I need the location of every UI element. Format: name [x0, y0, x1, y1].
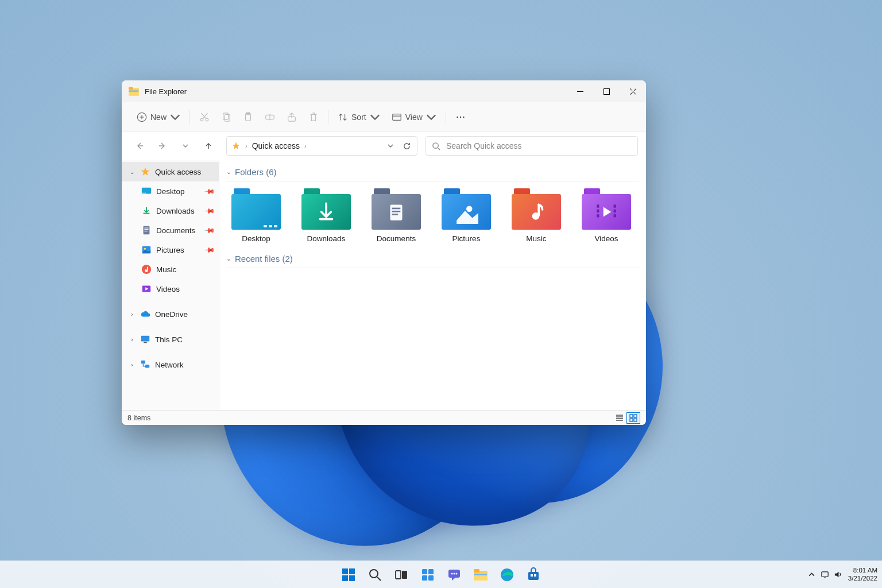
music-folder-icon — [512, 188, 561, 230]
maximize-button[interactable] — [593, 80, 620, 102]
document-icon — [141, 225, 152, 235]
sidebar-item-videos[interactable]: Videos — [122, 279, 219, 299]
svg-rect-32 — [141, 336, 149, 342]
clock[interactable]: 8:01 AM 3/21/2022 — [848, 567, 877, 582]
folder-documents[interactable]: Documents — [370, 188, 423, 243]
pin-icon: 📌 — [204, 225, 216, 237]
sidebar-item-label: Desktop — [156, 187, 185, 196]
svg-rect-33 — [144, 342, 146, 343]
svg-rect-38 — [392, 211, 401, 212]
back-button[interactable] — [130, 136, 149, 156]
svg-point-65 — [454, 572, 455, 574]
svg-rect-57 — [396, 571, 401, 579]
chat-button[interactable] — [442, 563, 466, 587]
svg-rect-35 — [145, 365, 149, 368]
sidebar-item-desktop[interactable]: Desktop 📌 — [122, 181, 219, 201]
forward-button[interactable] — [153, 136, 172, 156]
address-dropdown[interactable] — [385, 142, 396, 149]
svg-rect-24 — [144, 228, 148, 229]
sidebar-item-quick-access[interactable]: ⌄ Quick access — [122, 162, 219, 181]
recent-locations-button[interactable] — [176, 136, 195, 156]
folder-downloads[interactable]: Downloads — [300, 188, 353, 243]
chevron-down-icon — [426, 112, 436, 122]
minimize-button[interactable] — [567, 80, 593, 102]
svg-rect-50 — [630, 419, 633, 421]
download-icon — [141, 206, 152, 216]
svg-rect-53 — [349, 568, 355, 574]
chevron-up-icon[interactable] — [807, 570, 816, 579]
desktop-icon — [141, 186, 152, 196]
store-button[interactable] — [521, 563, 546, 587]
chevron-right-icon: › — [129, 362, 136, 368]
cut-button[interactable] — [194, 107, 215, 127]
volume-icon[interactable] — [834, 570, 842, 579]
sort-button[interactable]: Sort — [332, 107, 386, 127]
svg-point-15 — [457, 116, 458, 118]
search-input[interactable] — [446, 141, 632, 150]
up-button[interactable] — [199, 136, 218, 156]
task-view-button[interactable] — [389, 563, 413, 587]
sidebar-item-onedrive[interactable]: › OneDrive — [122, 304, 219, 324]
music-icon — [141, 264, 152, 274]
sidebar-item-label: Downloads — [156, 207, 195, 215]
search-icon — [432, 142, 440, 150]
svg-rect-25 — [144, 229, 148, 230]
svg-rect-70 — [474, 574, 487, 575]
edge-button[interactable] — [495, 563, 519, 587]
address-bar[interactable]: › Quick access › — [226, 136, 417, 156]
details-view-button[interactable] — [613, 412, 626, 424]
monitor-icon — [140, 334, 150, 345]
chevron-down-icon — [370, 112, 380, 122]
rename-button[interactable] — [259, 107, 281, 127]
close-button[interactable] — [620, 80, 646, 102]
svg-rect-74 — [534, 574, 536, 577]
thumbnails-view-button[interactable] — [626, 412, 640, 424]
pin-icon: 📌 — [204, 205, 216, 217]
folder-desktop[interactable]: Desktop — [230, 188, 283, 243]
folder-videos[interactable]: Videos — [580, 188, 633, 243]
widgets-button[interactable] — [416, 563, 440, 587]
folder-label: Desktop — [242, 234, 270, 243]
breadcrumb-quick-access[interactable]: Quick access — [252, 141, 300, 150]
sort-label: Sort — [351, 113, 366, 122]
titlebar[interactable]: File Explorer — [122, 80, 646, 102]
network-tray-icon[interactable] — [821, 570, 829, 579]
paste-button[interactable] — [237, 107, 259, 127]
svg-point-64 — [451, 572, 453, 574]
taskbar[interactable]: 8:01 AM 3/21/2022 — [0, 560, 882, 588]
sidebar-item-pictures[interactable]: Pictures 📌 — [122, 240, 219, 260]
recent-files-section-header[interactable]: ⌄ Recent files (2) — [226, 251, 639, 268]
svg-rect-45 — [614, 204, 616, 207]
new-button[interactable]: New — [131, 107, 186, 127]
svg-rect-1 — [129, 87, 133, 90]
folders-section-header[interactable]: ⌄ Folders (6) — [226, 164, 639, 181]
svg-rect-39 — [392, 214, 399, 215]
system-tray[interactable]: 8:01 AM 3/21/2022 — [807, 567, 877, 582]
svg-rect-8 — [223, 113, 229, 119]
delete-button[interactable] — [303, 107, 324, 127]
svg-rect-44 — [597, 214, 599, 217]
svg-rect-72 — [528, 572, 539, 580]
sidebar-item-this-pc[interactable]: › This PC — [122, 330, 219, 349]
view-button[interactable]: View — [386, 107, 442, 127]
file-explorer-taskbar-button[interactable] — [469, 563, 493, 587]
sidebar-item-label: Network — [155, 361, 184, 369]
search-box[interactable] — [425, 136, 638, 156]
file-explorer-window: File Explorer New Sort View — [122, 80, 646, 425]
chevron-right-icon: › — [129, 336, 136, 343]
folder-pictures[interactable]: Pictures — [440, 188, 493, 243]
copy-button[interactable] — [215, 107, 237, 127]
sidebar-item-music[interactable]: Music — [122, 260, 219, 279]
videos-icon — [141, 284, 152, 294]
sidebar-item-documents[interactable]: Documents 📌 — [122, 220, 219, 240]
start-button[interactable] — [336, 563, 361, 587]
refresh-button[interactable] — [401, 142, 412, 150]
more-button[interactable] — [450, 107, 471, 127]
folder-music[interactable]: Music — [510, 188, 563, 243]
search-button[interactable] — [363, 563, 387, 587]
sidebar-item-network[interactable]: › Network — [122, 355, 219, 374]
share-button[interactable] — [281, 107, 303, 127]
svg-rect-47 — [614, 214, 616, 217]
view-icon — [392, 112, 402, 122]
sidebar-item-downloads[interactable]: Downloads 📌 — [122, 201, 219, 220]
